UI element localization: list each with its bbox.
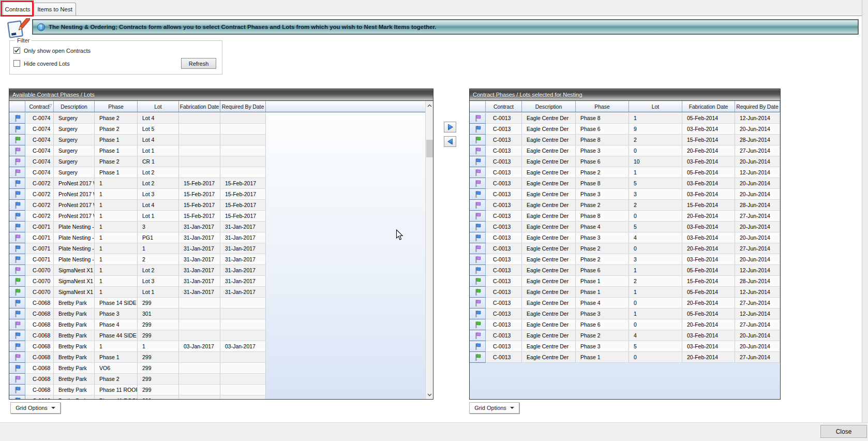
table-row[interactable]: C-0068Bretby ParkPhase 44 SIDE R299 (9, 330, 425, 341)
table-row[interactable]: C-0072ProNest 2017 We1Lot 215-Feb-201715… (9, 178, 425, 189)
grid-cell: Phase 4 (576, 222, 629, 232)
grid-cell (220, 319, 266, 330)
vertical-scrollbar[interactable] (425, 101, 433, 399)
grid-cell: 12-Jun-2014 (735, 265, 780, 276)
table-row[interactable]: C-0071Plate Nesting - Th1PG131-Jan-20173… (9, 232, 425, 243)
table-row[interactable]: C-0068Bretby Park1103-Jan-201703-Jan-201… (9, 341, 425, 352)
column-header-description[interactable]: Description (522, 101, 576, 112)
table-row[interactable]: C-0013Eagle Centre DerPhase 1215-Feb-201… (470, 276, 780, 287)
blue-flag-icon (474, 158, 482, 166)
table-row[interactable]: C-0074SurgeryPhase 2Lot 4 (9, 113, 425, 124)
filter-sort-icon[interactable]: ▽ (48, 103, 52, 108)
column-header-phase[interactable]: Phase (95, 101, 138, 112)
table-row[interactable]: C-0072ProNest 2017 We1Lot 315-Feb-201715… (9, 189, 425, 200)
table-row[interactable]: C-0074SurgeryPhase 1Lot 1 (9, 145, 425, 156)
flag-cell (470, 222, 486, 232)
grid-cell: Eagle Centre Der (522, 156, 576, 167)
table-row[interactable]: C-0071Plate Nesting - Th1231-Jan-201731-… (9, 254, 425, 265)
table-row[interactable]: C-0074SurgeryPhase 1Lot 2 (9, 167, 425, 178)
column-header-description[interactable]: Description (54, 101, 95, 112)
move-left-button[interactable] (444, 136, 456, 147)
table-row[interactable]: C-0013Eagle Centre DerPhase 8020-Feb-201… (470, 211, 780, 222)
column-header-lot[interactable]: Lot (138, 101, 179, 112)
flag-cell (9, 243, 25, 254)
table-row[interactable]: C-0013Eagle Centre DerPhase 8215-Feb-201… (470, 135, 780, 145)
table-row[interactable]: C-0013Eagle Centre DerPhase 2105-Feb-201… (470, 167, 780, 178)
table-row[interactable]: C-0013Eagle Centre DerPhase 2020-Feb-201… (470, 243, 780, 254)
table-row[interactable]: C-0013Eagle Centre DerPhase 1105-Feb-201… (470, 287, 780, 298)
table-row[interactable]: C-0068Bretby ParkPhase 3301 (9, 308, 425, 319)
table-row[interactable]: C-0013Eagle Centre DerPhase 4503-Feb-201… (470, 222, 780, 232)
table-row[interactable]: C-0071Plate Nesting - Th1131-Jan-201731-… (9, 243, 425, 254)
only-show-open-contracts-checkbox[interactable]: Only show open Contracts (13, 47, 91, 54)
column-header-required-by-date[interactable]: Required By Date (220, 101, 266, 112)
table-row[interactable]: C-0068Bretby ParkPhase 11 ROOF P299 (9, 385, 425, 395)
table-row[interactable]: C-0074SurgeryPhase 2CR 1 (9, 156, 425, 167)
table-row[interactable]: C-0013Eagle Centre DerPhase 6903-Feb-201… (470, 124, 780, 135)
column-header-contract[interactable]: Contract (486, 101, 522, 112)
column-header-fabrication-date[interactable]: Fabrication Date (682, 101, 735, 112)
table-row[interactable]: C-0072ProNest 2017 We1Lot 415-Feb-201715… (9, 200, 425, 211)
column-header-contract[interactable]: Contract▽ (25, 101, 54, 112)
table-row[interactable]: C-0013Eagle Centre DerPhase 2403-Feb-201… (470, 330, 780, 341)
table-row[interactable]: C-0013Eagle Centre DerPhase 8503-Feb-201… (470, 178, 780, 189)
scroll-up-button[interactable] (426, 101, 433, 110)
refresh-button[interactable]: Refresh (181, 58, 216, 69)
close-button[interactable]: Close (820, 425, 867, 438)
table-row[interactable]: C-0068Bretby ParkPhase 14 SIDE R299 (9, 298, 425, 308)
table-row[interactable]: C-0013Eagle Centre DerPhase 3403-Feb-201… (470, 232, 780, 243)
selected-grid-title: Contract Phases / Lots selected for Nest… (470, 89, 780, 101)
grid-cell: Eagle Centre Der (522, 178, 576, 189)
move-right-button[interactable] (444, 122, 456, 133)
table-row[interactable]: C-0070SigmaNest X1 We1Lot 131-Jan-201731… (9, 287, 425, 298)
table-row[interactable]: C-0068Bretby ParkPhase 2299 (9, 374, 425, 385)
table-row[interactable]: C-0013Eagle Centre DerPhase 6105-Feb-201… (470, 265, 780, 276)
table-row[interactable]: C-0072ProNest 2017 We1Lot 115-Feb-201715… (9, 211, 425, 222)
table-row[interactable]: C-0074SurgeryPhase 1Lot 4 (9, 135, 425, 145)
grid-cell: Lot 3 (138, 189, 179, 200)
table-row[interactable]: C-0013Eagle Centre DerPhase 3503-Feb-201… (470, 341, 780, 352)
table-row[interactable]: C-0074SurgeryPhase 2Lot 5 (9, 124, 425, 135)
table-row[interactable]: C-0068Bretby ParkPhase 4299 (9, 319, 425, 330)
table-row[interactable]: C-0013Eagle Centre DerPhase 6020-Feb-201… (470, 319, 780, 330)
table-row[interactable]: C-0013Eagle Centre DerPhase 2215-Feb-201… (470, 200, 780, 211)
table-row[interactable]: C-0068Bretby ParkVO6299 (9, 363, 425, 374)
grid-cell: Phase 2 (95, 124, 138, 135)
table-row[interactable]: C-0013Eagle Centre DerPhase 8105-Feb-201… (470, 113, 780, 124)
scroll-thumb[interactable] (426, 140, 433, 157)
tab-items-to-nest-label: Items to Nest (37, 6, 72, 12)
table-row[interactable]: C-0013Eagle Centre DerPhase 61003-Feb-20… (470, 156, 780, 167)
blue-flag-icon (474, 343, 482, 350)
grid-cell: 27-Jun-2014 (735, 145, 780, 156)
grid-cell: 05-Feb-2014 (682, 113, 735, 124)
table-row[interactable]: C-0068Bretby ParkPhase 1299 (9, 352, 425, 363)
table-row[interactable]: C-0013Eagle Centre DerPhase 3303-Feb-201… (470, 189, 780, 200)
table-row[interactable]: C-0013Eagle Centre DerPhase 2303-Feb-201… (470, 254, 780, 265)
grid-cell: C-0013 (486, 254, 522, 265)
column-header-lot[interactable]: Lot (629, 101, 682, 112)
grid-cell (179, 124, 220, 135)
grid-options-button-left[interactable]: Grid Options (10, 402, 61, 414)
grid-options-button-right[interactable]: Grid Options (469, 402, 519, 414)
table-row[interactable]: C-0013Eagle Centre DerPhase 4020-Feb-201… (470, 298, 780, 308)
table-row[interactable]: C-0070SigmaNest X1 We1Lot 231-Jan-201731… (9, 265, 425, 276)
purple-flag-icon (13, 169, 21, 177)
tab-items-to-nest[interactable]: Items to Nest (34, 3, 76, 16)
table-row[interactable]: C-0068Bretby ParkPhase 41 ROOF P299 (9, 395, 425, 399)
scroll-down-button[interactable] (426, 390, 433, 399)
column-header-fabrication-date[interactable]: Fabrication Date (179, 101, 220, 112)
flag-cell (470, 330, 486, 341)
table-row[interactable]: C-0013Eagle Centre DerPhase 3105-Feb-201… (470, 308, 780, 319)
hide-covered-lots-checkbox[interactable]: Hide covered Lots (13, 60, 70, 67)
grid-cell: PG1 (138, 232, 179, 243)
table-row[interactable]: C-0070SigmaNest X1 We1Lot 331-Jan-201731… (9, 276, 425, 287)
table-row[interactable]: C-0013Eagle Centre DerPhase 3020-Feb-201… (470, 145, 780, 156)
column-header-phase[interactable]: Phase (576, 101, 629, 112)
blue-flag-icon (13, 201, 21, 209)
table-row[interactable]: C-0013Eagle Centre DerPhase 1020-Feb-201… (470, 352, 780, 363)
blue-flag-icon (13, 190, 21, 198)
green-flag-icon (13, 277, 21, 285)
tab-contracts[interactable]: Contracts (3, 2, 33, 16)
column-header-required-by-date[interactable]: Required By Date (735, 101, 780, 112)
table-row[interactable]: C-0071Plate Nesting - Th1331-Jan-201731-… (9, 222, 425, 232)
